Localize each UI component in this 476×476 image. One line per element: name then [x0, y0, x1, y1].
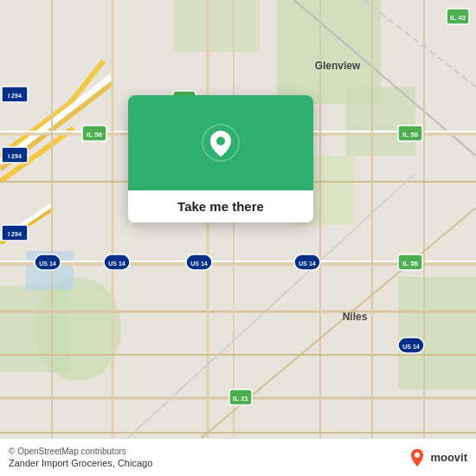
svg-text:I 294: I 294 — [8, 93, 22, 99]
svg-text:US 14: US 14 — [190, 261, 208, 267]
svg-text:IL 58: IL 58 — [402, 260, 419, 267]
svg-point-68 — [216, 137, 225, 145]
take-me-there-button[interactable]: Take me there — [128, 190, 313, 222]
popup-green-area — [128, 95, 313, 190]
svg-text:US 14: US 14 — [108, 261, 125, 267]
svg-text:IL 43: IL 43 — [450, 14, 466, 22]
svg-text:I 294: I 294 — [8, 153, 22, 159]
location-pin-icon — [202, 124, 240, 162]
svg-text:US 14: US 14 — [39, 261, 56, 267]
map-attribution: © OpenStreetMap contributors — [9, 447, 152, 456]
svg-point-69 — [415, 452, 420, 457]
moovit-pin-icon — [408, 448, 427, 467]
svg-text:Niles: Niles — [343, 311, 368, 323]
bottom-bar: © OpenStreetMap contributors Zander Impo… — [0, 438, 476, 476]
svg-text:IL 58: IL 58 — [402, 131, 419, 138]
moovit-logo: moovit — [408, 448, 467, 467]
popup-card: Take me there — [128, 95, 313, 222]
svg-rect-3 — [398, 277, 476, 389]
svg-rect-2 — [346, 87, 415, 156]
svg-text:Glenview: Glenview — [315, 60, 361, 72]
svg-text:I 294: I 294 — [8, 231, 22, 237]
svg-rect-5 — [0, 286, 69, 372]
svg-rect-6 — [173, 0, 260, 52]
map-background: IL 43 I 294 I 294 I 294 IL 21 IL 58 IL 5… — [0, 0, 476, 476]
moovit-label: moovit — [430, 451, 467, 464]
location-label: Zander Import Groceries, Chicago — [9, 458, 152, 468]
svg-text:IL 21: IL 21 — [233, 395, 249, 402]
svg-text:IL 58: IL 58 — [87, 131, 103, 138]
svg-text:US 14: US 14 — [299, 261, 316, 267]
svg-text:US 14: US 14 — [402, 344, 420, 350]
map-container: IL 43 I 294 I 294 I 294 IL 21 IL 58 IL 5… — [0, 0, 476, 476]
